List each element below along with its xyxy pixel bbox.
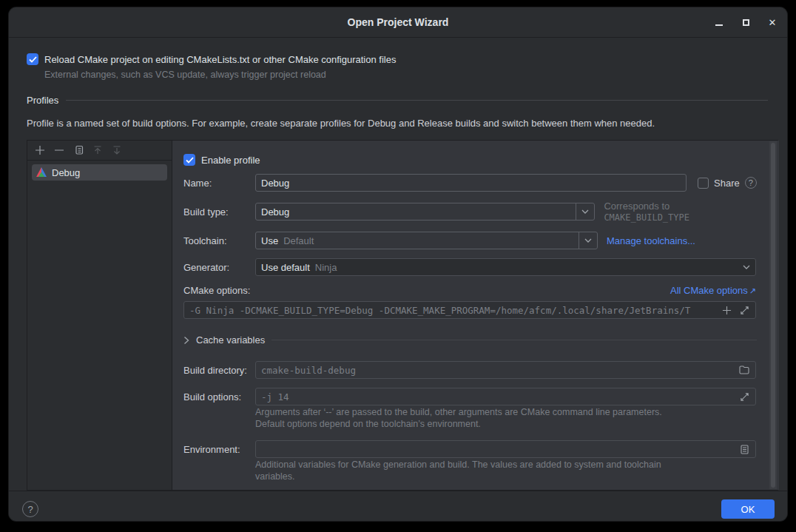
name-input[interactable] — [255, 174, 687, 192]
profiles-description: Profile is a named set of build options.… — [27, 118, 778, 129]
reload-cmake-label: Reload CMake project on editing CMakeLis… — [44, 54, 396, 65]
share-checkbox[interactable] — [698, 178, 709, 189]
cache-variables-label: Cache variables — [196, 334, 265, 346]
dialog-content: Reload CMake project on editing CMakeLis… — [9, 38, 787, 491]
expand-icon — [740, 306, 749, 315]
build-options-value: -j 14 — [261, 391, 734, 403]
move-down-button[interactable] — [111, 144, 123, 156]
chevron-down-icon — [576, 203, 594, 220]
add-profile-button[interactable] — [34, 144, 46, 156]
build-directory-label: Build directory: — [183, 365, 255, 376]
dialog-footer: ? OK — [9, 491, 787, 521]
chevron-down-icon — [579, 232, 597, 249]
build-type-value: Debug — [261, 206, 289, 218]
minimize-icon — [715, 24, 723, 26]
profiles-box: Debug Enable profile Name: Sh — [27, 140, 778, 491]
cmake-icon — [36, 166, 47, 178]
move-up-button[interactable] — [92, 144, 104, 156]
generator-label: Generator: — [183, 262, 255, 273]
environment-field[interactable] — [255, 440, 756, 458]
folder-icon — [739, 366, 749, 374]
profile-list-item-debug[interactable]: Debug — [32, 164, 167, 181]
cmake-options-label: CMake options: — [183, 285, 250, 296]
maximize-button[interactable] — [737, 13, 755, 31]
minus-icon — [54, 145, 64, 155]
edit-variables-button[interactable] — [738, 443, 750, 455]
variables-list-icon — [741, 445, 749, 454]
checkmark-icon — [29, 56, 37, 63]
profiles-section-title: Profiles — [27, 95, 58, 106]
cache-variables-toggle[interactable]: Cache variables — [183, 334, 757, 346]
build-directory-value: cmake-build-debug — [261, 365, 734, 376]
expand-editor-button[interactable] — [738, 304, 750, 316]
expand-editor-button[interactable] — [738, 391, 750, 403]
generator-value: Ninja — [315, 262, 337, 273]
build-options-label: Build options: — [183, 391, 255, 403]
section-divider — [66, 100, 768, 101]
copy-icon — [73, 145, 84, 155]
enable-profile-checkbox[interactable] — [183, 154, 195, 166]
toolchain-label: Toolchain: — [183, 235, 255, 246]
profile-form-panel: Enable profile Name: Share ? Build type: — [172, 141, 779, 490]
cmake-options-value: -G Ninja -DCMAKE_BUILD_TYPE=Debug -DCMAK… — [189, 305, 716, 316]
chevron-right-icon — [183, 336, 189, 345]
scrollbar[interactable] — [769, 141, 777, 489]
arrow-up-icon — [92, 145, 103, 155]
generator-value-prefix: Use default — [261, 262, 310, 273]
enable-profile-label: Enable profile — [201, 155, 260, 166]
environment-label: Environment: — [183, 444, 255, 455]
build-directory-field[interactable]: cmake-build-debug — [255, 361, 756, 379]
reload-cmake-hint: External changes, such as VCS update, al… — [44, 70, 778, 80]
open-project-wizard-dialog: Open Project Wizard ✕ Reload CMake proje… — [9, 7, 787, 521]
ok-button[interactable]: OK — [721, 499, 775, 519]
reload-cmake-checkbox[interactable] — [27, 53, 38, 65]
close-button[interactable]: ✕ — [763, 13, 781, 31]
chevron-down-icon — [737, 258, 755, 276]
profile-item-label: Debug — [52, 167, 80, 178]
cache-variables-divider — [271, 340, 756, 340]
cmake-options-field[interactable]: -G Ninja -DCMAKE_BUILD_TYPE=Debug -DCMAK… — [183, 301, 756, 319]
build-type-hint: Corresponds to CMAKE_BUILD_TYPE — [604, 201, 756, 223]
close-icon: ✕ — [769, 17, 777, 28]
add-option-button[interactable] — [721, 304, 732, 316]
checkmark-icon — [186, 157, 194, 164]
window-controls: ✕ — [710, 7, 781, 37]
copy-profile-button[interactable] — [72, 144, 84, 156]
build-options-field[interactable]: -j 14 — [255, 388, 756, 405]
profiles-list-panel: Debug — [27, 141, 172, 490]
browse-folder-button[interactable] — [738, 364, 750, 376]
share-label: Share — [714, 178, 740, 189]
environment-hint: Additional variables for CMake generatio… — [255, 459, 757, 482]
arrow-down-icon — [112, 145, 122, 155]
plus-icon — [722, 306, 732, 315]
toolchain-value-prefix: Use — [261, 235, 278, 246]
share-help-icon[interactable]: ? — [745, 177, 757, 189]
profiles-toolbar — [27, 141, 172, 161]
plus-icon — [35, 145, 45, 155]
build-type-dropdown[interactable]: Debug — [255, 203, 595, 220]
toolchain-value: Default — [283, 235, 314, 246]
toolchain-dropdown[interactable]: Use Default — [255, 232, 598, 249]
generator-dropdown[interactable]: Use default Ninja — [255, 258, 756, 276]
manage-toolchains-link[interactable]: Manage toolchains... — [607, 235, 695, 246]
maximize-icon — [743, 19, 749, 26]
build-type-label: Build type: — [183, 206, 255, 218]
remove-profile-button[interactable] — [53, 144, 65, 156]
name-label: Name: — [183, 178, 255, 189]
window-title: Open Project Wizard — [348, 16, 449, 28]
titlebar[interactable]: Open Project Wizard ✕ — [9, 7, 787, 38]
minimize-button[interactable] — [710, 13, 728, 31]
scrollbar-thumb[interactable] — [771, 143, 775, 488]
all-cmake-options-link[interactable]: All CMake options↗ — [670, 285, 756, 296]
build-options-hint: Arguments after ‘--’ are passed to the b… — [255, 407, 757, 430]
expand-icon — [740, 392, 749, 402]
help-button[interactable]: ? — [22, 501, 38, 517]
external-link-icon: ↗ — [749, 286, 756, 295]
